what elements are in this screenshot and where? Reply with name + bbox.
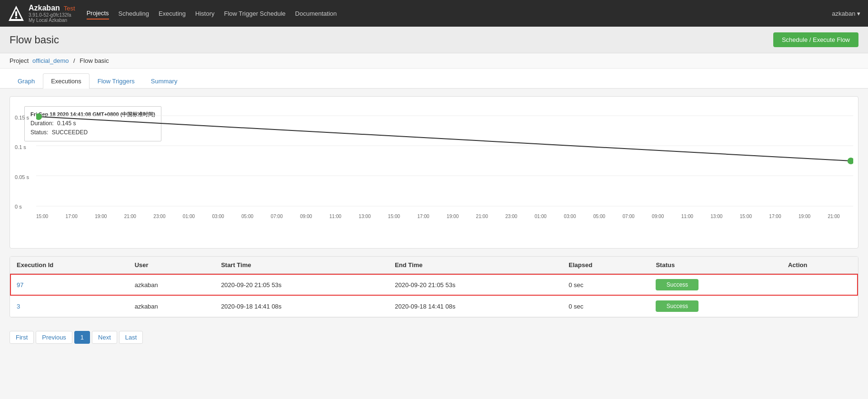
- tab-summary[interactable]: Summary: [143, 73, 186, 89]
- svg-text:19:00: 19:00: [447, 214, 459, 219]
- svg-text:21:00: 21:00: [828, 214, 840, 219]
- y-label-000: 0 s: [15, 204, 22, 209]
- svg-text:11:00: 11:00: [329, 214, 342, 219]
- pagination-prev[interactable]: Previous: [36, 331, 72, 344]
- pagination-next[interactable]: Next: [92, 331, 117, 344]
- nav-history[interactable]: History: [195, 8, 214, 19]
- svg-text:05:00: 05:00: [593, 214, 606, 219]
- svg-text:17:00: 17:00: [417, 214, 429, 219]
- pagination-last[interactable]: Last: [119, 331, 143, 344]
- svg-text:03:00: 03:00: [212, 214, 224, 219]
- brand-name: Azkaban: [29, 4, 60, 12]
- svg-point-10: [848, 158, 853, 164]
- svg-text:19:00: 19:00: [95, 214, 107, 219]
- svg-text:13:00: 13:00: [359, 214, 371, 219]
- svg-text:15:00: 15:00: [388, 214, 400, 219]
- cell-status: Success: [649, 274, 781, 296]
- svg-text:07:00: 07:00: [271, 214, 283, 219]
- svg-text:11:00: 11:00: [681, 214, 694, 219]
- svg-point-9: [36, 113, 42, 120]
- brand: Azkaban Test 3.91.0-52-g0fc132fa My Loca…: [8, 4, 75, 23]
- cell-exec-id: 3: [10, 296, 128, 317]
- col-status: Status: [649, 257, 781, 274]
- cell-elapsed: 0 sec: [562, 274, 649, 296]
- svg-text:21:00: 21:00: [124, 214, 137, 219]
- col-start-time: Start Time: [214, 257, 388, 274]
- navbar: Azkaban Test 3.91.0-52-g0fc132fa My Loca…: [0, 0, 868, 27]
- col-end-time: End Time: [388, 257, 562, 274]
- cell-action: [781, 274, 858, 296]
- svg-text:15:00: 15:00: [36, 214, 49, 219]
- col-elapsed: Elapsed: [562, 257, 649, 274]
- cell-end-time: 2020-09-18 14:41 08s: [388, 296, 562, 317]
- executions-table: Execution Id User Start Time End Time El…: [10, 256, 858, 318]
- breadcrumb-separator: /: [73, 57, 75, 64]
- cell-start-time: 2020-09-20 21:05 53s: [214, 274, 388, 296]
- svg-line-8: [39, 117, 851, 161]
- exec-id-link[interactable]: 97: [17, 281, 23, 289]
- pagination-first[interactable]: First: [10, 331, 34, 344]
- breadcrumb-project-label: Project: [10, 57, 29, 64]
- tab-executions[interactable]: Executions: [43, 73, 90, 89]
- cell-end-time: 2020-09-20 21:05 53s: [388, 274, 562, 296]
- col-execution-id: Execution Id: [10, 257, 128, 274]
- status-button[interactable]: Success: [656, 279, 698, 290]
- svg-text:09:00: 09:00: [652, 214, 664, 219]
- table-body: 97 azkaban 2020-09-20 21:05 53s 2020-09-…: [10, 274, 858, 317]
- brand-env-sub: My Local Azkaban: [29, 18, 75, 23]
- cell-elapsed: 0 sec: [562, 296, 649, 317]
- svg-text:13:00: 13:00: [710, 214, 723, 219]
- nav-projects[interactable]: Projects: [87, 8, 109, 20]
- status-button[interactable]: Success: [656, 300, 698, 312]
- svg-rect-2: [15, 11, 17, 16]
- svg-point-3: [15, 17, 17, 19]
- svg-text:17:00: 17:00: [66, 214, 78, 219]
- cell-exec-id: 97: [10, 274, 128, 296]
- svg-text:05:00: 05:00: [241, 214, 254, 219]
- svg-text:19:00: 19:00: [798, 214, 811, 219]
- pagination-current[interactable]: 1: [74, 331, 90, 344]
- main-content: Fri Sep 18 2020 14:41:08 GMT+0800 (中国标准时…: [0, 89, 868, 325]
- exec-id-link[interactable]: 3: [17, 303, 20, 310]
- svg-text:23:00: 23:00: [505, 214, 518, 219]
- cell-status: Success: [649, 296, 781, 317]
- svg-text:07:00: 07:00: [622, 214, 635, 219]
- col-user: User: [128, 257, 214, 274]
- nav-links: Projects Scheduling Executing History Fl…: [87, 8, 337, 20]
- y-label-005: 0.05 s: [15, 174, 29, 180]
- chart-container: Fri Sep 18 2020 14:41:08 GMT+0800 (中国标准时…: [10, 96, 858, 249]
- tab-flow-triggers[interactable]: Flow Triggers: [90, 73, 143, 89]
- table-header: Execution Id User Start Time End Time El…: [10, 257, 858, 274]
- user-menu[interactable]: azkaban ▾: [832, 10, 860, 17]
- breadcrumb-project-link[interactable]: official_demo: [32, 57, 69, 64]
- breadcrumb-current: Flow basic: [80, 57, 109, 64]
- pagination: First Previous 1 Next Last: [0, 325, 868, 349]
- svg-text:09:00: 09:00: [300, 214, 312, 219]
- nav-scheduling[interactable]: Scheduling: [119, 8, 149, 19]
- schedule-execute-button[interactable]: Schedule / Execute Flow: [773, 32, 858, 47]
- y-label-015: 0.15 s: [15, 115, 29, 120]
- tabs-container: Graph Executions Flow Triggers Summary: [0, 69, 868, 89]
- nav-executing[interactable]: Executing: [159, 8, 186, 19]
- page-title: Flow basic: [10, 34, 59, 46]
- brand-logo-icon: [8, 5, 25, 22]
- cell-start-time: 2020-09-18 14:41 08s: [214, 296, 388, 317]
- brand-env: Test: [64, 5, 75, 12]
- nav-flow-trigger-schedule[interactable]: Flow Trigger Schedule: [224, 8, 285, 19]
- brand-version: 3.91.0-52-g0fc132fa: [29, 12, 75, 18]
- y-label-010: 0.1 s: [15, 144, 26, 150]
- table-row: 3 azkaban 2020-09-18 14:41 08s 2020-09-1…: [10, 296, 858, 317]
- cell-user: azkaban: [128, 274, 214, 296]
- page-header: Flow basic Schedule / Execute Flow: [0, 27, 868, 53]
- nav-documentation[interactable]: Documentation: [295, 8, 337, 19]
- breadcrumb: Project official_demo / Flow basic: [0, 53, 868, 69]
- tab-graph[interactable]: Graph: [10, 73, 43, 89]
- svg-text:23:00: 23:00: [153, 214, 166, 219]
- col-action: Action: [781, 257, 858, 274]
- svg-text:15:00: 15:00: [740, 214, 752, 219]
- svg-text:01:00: 01:00: [535, 214, 547, 219]
- cell-user: azkaban: [128, 296, 214, 317]
- svg-text:01:00: 01:00: [183, 214, 195, 219]
- svg-text:21:00: 21:00: [476, 214, 489, 219]
- chart-svg: 15:00 17:00 19:00 21:00 23:00 01:00 03:0…: [36, 111, 853, 225]
